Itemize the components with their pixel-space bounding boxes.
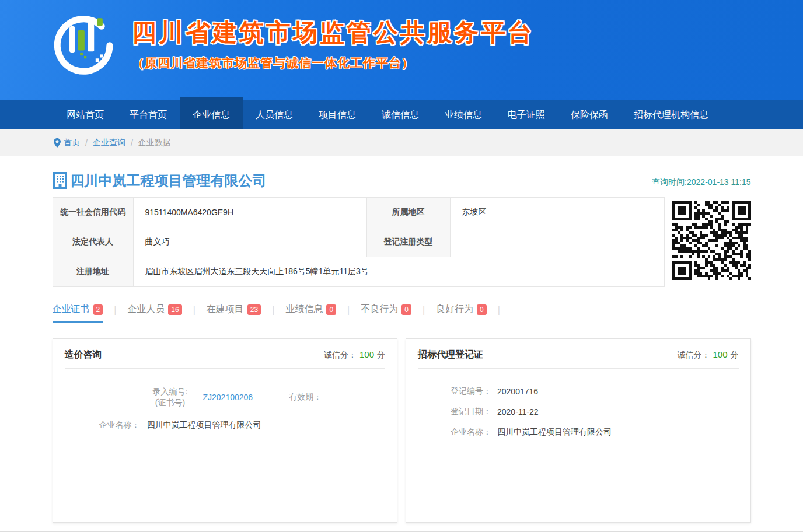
tab-separator: | <box>272 305 274 321</box>
registration-type-label: 登记注册类型 <box>366 228 450 257</box>
registration-date-label: 登记日期： <box>446 407 491 417</box>
nav-item-e-certificate[interactable]: 电子证照 <box>495 100 558 129</box>
tab-label: 企业人员 <box>127 303 165 316</box>
count-badge: 16 <box>168 304 181 315</box>
credit-score-label: 诚信分： <box>324 350 357 359</box>
site-header: 四川省建筑市场监管公共服务平台 （原四川省建筑市场监管与诚信一体化工作平台） <box>0 0 803 100</box>
tab-performance-info[interactable]: 业绩信息 0 <box>285 303 336 323</box>
detail-tabs: 企业证书 2 | 企业人员 16 | 在建项目 23 | 业绩信息 0 | 不良… <box>53 303 751 323</box>
registration-type-value <box>450 228 664 257</box>
platform-logo-icon <box>51 8 117 82</box>
tab-separator: | <box>423 305 425 321</box>
registration-date-value: 2020-11-22 <box>497 407 539 416</box>
registered-address-value: 眉山市东坡区眉州大道东三段天天向上186号5幢1单元11层3号 <box>133 257 664 287</box>
registration-number-label: 登记编号： <box>446 386 491 397</box>
nav-item-insurance-guarantee[interactable]: 保险保函 <box>558 100 621 129</box>
count-badge: 0 <box>477 304 487 315</box>
breadcrumb-separator: / <box>131 138 133 148</box>
credit-score-value: 100 <box>713 349 727 359</box>
main-nav: 网站首页 平台首页 企业信息 人员信息 项目信息 诚信信息 业绩信息 电子证照 … <box>0 100 803 129</box>
count-badge: 0 <box>326 304 336 315</box>
nav-item-platform-home[interactable]: 平台首页 <box>117 100 180 129</box>
tab-separator: | <box>193 305 195 321</box>
breadcrumb: 首页 / 企业查询 / 企业数据 <box>0 129 803 156</box>
breadcrumb-enterprise-query-link[interactable]: 企业查询 <box>93 138 125 148</box>
tab-label: 企业证书 <box>53 303 90 316</box>
company-name-label: 企业名称： <box>446 427 491 438</box>
company-name-label: 企业名称： <box>97 420 140 430</box>
card-title: 造价咨询 <box>65 349 102 361</box>
table-row: 统一社会信用代码 91511400MA6420GE9H 所属地区 东坡区 <box>53 198 664 228</box>
registered-address-label: 注册地址 <box>53 257 133 287</box>
query-time: 查询时间:2022-01-13 11:15 <box>652 177 750 190</box>
count-badge: 2 <box>93 304 103 315</box>
certificate-card-cost-consulting: 造价咨询 诚信分：100分 录入编号: (证书号) ZJ202100206 有效… <box>53 338 398 523</box>
company-info-table: 统一社会信用代码 91511400MA6420GE9H 所属地区 东坡区 法定代… <box>53 197 665 287</box>
nav-item-performance-info[interactable]: 业绩信息 <box>432 100 495 129</box>
registration-number-link[interactable]: 202001716 <box>497 387 538 396</box>
location-pin-icon <box>54 138 61 148</box>
tab-separator: | <box>114 305 116 321</box>
legal-rep-label: 法定代表人 <box>53 228 133 257</box>
tab-enterprise-certificates[interactable]: 企业证书 2 <box>53 303 103 323</box>
region-label: 所属地区 <box>366 198 450 228</box>
credit-score-unit: 分 <box>377 350 385 359</box>
site-subtitle: （原四川省建筑市场监管与诚信一体化工作平台） <box>132 55 535 71</box>
page-title-company-name: 四川中岚工程项目管理有限公司 <box>71 172 652 190</box>
nav-item-bidding-agency-info[interactable]: 招标代理机构信息 <box>621 100 721 129</box>
tab-label: 在建项目 <box>207 303 244 316</box>
table-row: 法定代表人 曲义巧 登记注册类型 <box>53 228 664 257</box>
nav-item-website-home[interactable]: 网站首页 <box>54 100 117 129</box>
nav-item-project-info[interactable]: 项目信息 <box>306 100 369 129</box>
region-value: 东坡区 <box>450 198 664 228</box>
certificate-card-bidding-agency: 招标代理登记证 诚信分：100分 登记编号： 202001716 登记日期： 2… <box>406 338 751 523</box>
tab-label: 业绩信息 <box>285 303 323 316</box>
credit-score: 诚信分：100分 <box>677 349 738 360</box>
tab-projects-under-construction[interactable]: 在建项目 23 <box>207 303 261 323</box>
tab-good-behavior[interactable]: 良好行为 0 <box>436 303 487 323</box>
legal-rep-value: 曲义巧 <box>133 228 366 257</box>
count-badge: 0 <box>402 304 411 315</box>
card-title: 招标代理登记证 <box>418 349 483 361</box>
site-title: 四川省建筑市场监管公共服务平台 <box>132 16 535 49</box>
credit-score-label: 诚信分： <box>677 350 710 359</box>
credit-code-value: 91511400MA6420GE9H <box>133 198 366 228</box>
breadcrumb-current: 企业数据 <box>138 138 171 148</box>
breadcrumb-home-link[interactable]: 首页 <box>64 138 80 148</box>
credit-score-unit: 分 <box>731 350 739 359</box>
breadcrumb-separator: / <box>85 138 88 148</box>
tab-separator: | <box>498 305 500 321</box>
tab-label: 良好行为 <box>436 303 473 316</box>
company-name-value: 四川中岚工程项目管理有限公司 <box>497 427 612 438</box>
tab-label: 不良行为 <box>361 303 398 316</box>
nav-item-credit-info[interactable]: 诚信信息 <box>369 100 432 129</box>
credit-score: 诚信分：100分 <box>324 349 385 360</box>
tab-bad-behavior[interactable]: 不良行为 0 <box>361 303 411 323</box>
count-badge: 23 <box>247 304 261 315</box>
credit-score-value: 100 <box>359 349 374 359</box>
nav-item-enterprise-info[interactable]: 企业信息 <box>180 97 243 129</box>
company-name-value: 四川中岚工程项目管理有限公司 <box>147 420 261 430</box>
tab-enterprise-personnel[interactable]: 企业人员 16 <box>127 303 181 323</box>
credit-code-label: 统一社会信用代码 <box>53 198 133 228</box>
nav-item-personnel-info[interactable]: 人员信息 <box>243 100 306 129</box>
validity-label: 有效期： <box>289 392 322 402</box>
table-row: 注册地址 眉山市东坡区眉州大道东三段天天向上186号5幢1单元11层3号 <box>53 257 664 287</box>
entry-number-label: 录入编号: (证书号) <box>144 386 197 408</box>
qr-code <box>672 201 751 280</box>
building-icon <box>53 172 68 190</box>
certificate-number-link[interactable]: ZJ202100206 <box>203 393 253 402</box>
tab-separator: | <box>347 305 350 321</box>
